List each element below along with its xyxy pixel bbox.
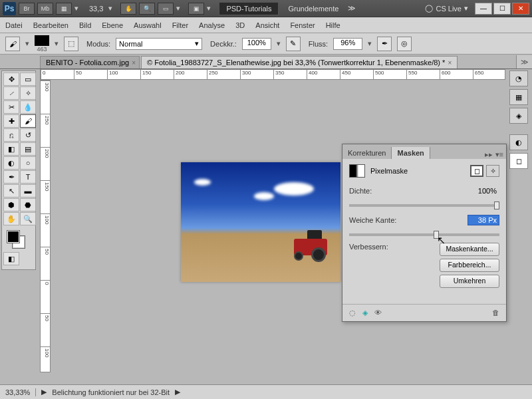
workspace-tab-1[interactable]: PSD-Tutorials — [219, 2, 279, 15]
chevron-down-icon[interactable]: ▾ — [55, 39, 59, 48]
disable-mask-icon[interactable]: 👁 — [374, 309, 382, 317]
pressure-opacity-icon[interactable]: ✎ — [286, 37, 301, 51]
airbrush-icon[interactable]: ✒ — [377, 37, 392, 51]
menu-datei[interactable]: Datei — [5, 21, 23, 29]
type-tool[interactable]: T — [20, 170, 36, 184]
adjustments-panel-icon[interactable]: ◐ — [509, 134, 528, 150]
menu-icon[interactable]: ▾≡ — [495, 150, 503, 159]
pressure-size-icon[interactable]: ◎ — [397, 37, 412, 51]
foreground-color[interactable] — [7, 231, 19, 243]
close-icon[interactable]: × — [448, 59, 452, 66]
pixelmask-icon[interactable]: ◻ — [470, 165, 483, 177]
chevron-down-icon[interactable]: ▾ — [207, 4, 216, 13]
viewmode-button[interactable]: ▦ — [56, 3, 72, 15]
blur-tool[interactable]: ◐ — [3, 156, 19, 170]
zoom-tool[interactable]: 🔍 — [20, 212, 36, 225]
weiche-slider[interactable] — [349, 233, 499, 236]
eraser-tool[interactable]: ◧ — [3, 142, 19, 156]
apply-mask-icon[interactable]: ◈ — [362, 309, 368, 317]
collapse-icon[interactable]: ▸▸ — [485, 150, 493, 159]
stamp-tool[interactable]: ⎌ — [3, 128, 19, 142]
healing-tool[interactable]: ✚ — [3, 114, 19, 128]
3d-tool[interactable]: ⬢ — [3, 198, 19, 211]
zoom-button[interactable]: 🔍 — [139, 3, 155, 15]
brush-panel-icon[interactable]: ⬚ — [64, 37, 78, 51]
document-tab-2[interactable]: © Fotolia_19883727_S_Elenathewise.jpg be… — [141, 56, 458, 68]
color-panel-icon[interactable]: ◔ — [509, 70, 528, 86]
document-tab-1[interactable]: BENITO - Fotolia.com.jpg× — [40, 56, 140, 68]
play-icon[interactable]: ▶ — [41, 388, 47, 396]
quickmask-tool[interactable]: ◧ — [3, 252, 19, 265]
swatches-panel-icon[interactable]: ▦ — [509, 89, 528, 105]
panel-tab-masken[interactable]: Masken — [392, 147, 430, 159]
maximize-button[interactable]: ☐ — [493, 3, 511, 15]
chevron-down-icon[interactable]: ▾ — [176, 4, 186, 13]
menu-fenster[interactable]: Fenster — [290, 21, 315, 29]
lasso-tool[interactable]: ⟋ — [3, 86, 19, 100]
screenmode-button[interactable]: ▣ — [188, 3, 204, 15]
status-zoom[interactable]: 33,33% — [5, 388, 36, 396]
load-selection-icon[interactable]: ◌ — [349, 309, 356, 317]
hand-button[interactable]: ✋ — [120, 3, 136, 15]
chevron-down-icon[interactable]: ▾ — [74, 4, 84, 13]
menu-bild[interactable]: Bild — [79, 21, 91, 29]
weiche-value[interactable]: 38 Px — [467, 215, 499, 225]
modus-select[interactable]: Normal▾ — [116, 38, 202, 50]
farbbereich-button[interactable]: Farbbereich... — [440, 259, 499, 272]
tab-overflow-icon[interactable]: ≫ — [516, 55, 532, 68]
fluss-input[interactable]: 96% — [333, 38, 362, 50]
path-tool[interactable]: ↖ — [3, 184, 19, 198]
minibridge-button[interactable]: Mb — [37, 3, 53, 15]
mask-thumbnail[interactable] — [349, 164, 365, 178]
cslive-button[interactable]: ◯CS Live▾ — [421, 4, 472, 13]
chevron-down-icon[interactable]: ▾ — [368, 39, 372, 48]
canvas-image[interactable] — [181, 162, 340, 282]
chevron-down-icon[interactable]: ▾ — [25, 39, 29, 48]
brush-tool[interactable]: 🖌 — [20, 114, 36, 128]
panel-tab-korrekturen[interactable]: Korrekturen — [342, 147, 392, 159]
hand-tool[interactable]: ✋ — [3, 212, 19, 225]
masks-panel-icon[interactable]: ◻ — [509, 153, 528, 169]
zoom-level[interactable]: 33,3 — [86, 5, 106, 13]
arrange-button[interactable]: ▭ — [158, 3, 174, 15]
styles-panel-icon[interactable]: ◈ — [509, 108, 528, 124]
close-icon[interactable]: × — [132, 59, 136, 66]
gradient-tool[interactable]: ▤ — [20, 142, 36, 156]
tool-preset-icon[interactable]: 🖌 — [5, 37, 20, 51]
delete-mask-icon[interactable]: 🗑 — [492, 309, 499, 317]
menu-analyse[interactable]: Analyse — [199, 21, 225, 29]
chevron-down-icon[interactable]: ▾ — [277, 39, 281, 48]
eyedropper-tool[interactable]: 💧 — [20, 100, 36, 114]
umkehren-button[interactable]: Umkehren — [440, 275, 499, 288]
app-logo[interactable]: Ps — [3, 2, 16, 15]
menu-filter[interactable]: Filter — [172, 21, 188, 29]
play-icon[interactable]: ▶ — [175, 388, 180, 396]
shape-tool[interactable]: ▬ — [20, 184, 36, 198]
minimize-button[interactable]: — — [475, 3, 492, 15]
menu-bearbeiten[interactable]: Bearbeiten — [33, 21, 68, 29]
brush-swatch[interactable] — [35, 35, 49, 46]
menu-3d[interactable]: 3D — [235, 21, 245, 29]
maskenkante-button[interactable]: Maskenkante... — [440, 243, 499, 256]
color-swatches[interactable] — [3, 229, 34, 249]
more-icon[interactable]: ≫ — [348, 4, 357, 13]
bridge-button[interactable]: Br — [19, 3, 35, 15]
wand-tool[interactable]: ✧ — [20, 86, 36, 100]
dichte-value[interactable]: 100% — [467, 186, 499, 196]
pen-tool[interactable]: ✒ — [3, 170, 19, 184]
move-tool[interactable]: ✥ — [3, 72, 19, 86]
chevron-down-icon[interactable]: ▾ — [108, 4, 118, 13]
dichte-slider[interactable] — [349, 204, 499, 207]
3dcamera-tool[interactable]: ⬣ — [20, 198, 36, 211]
menu-hilfe[interactable]: Hilfe — [326, 21, 340, 29]
menu-auswahl[interactable]: Auswahl — [134, 21, 162, 29]
dodge-tool[interactable]: ○ — [20, 156, 36, 170]
history-brush-tool[interactable]: ↺ — [20, 128, 36, 142]
vectormask-icon[interactable]: ✧ — [486, 165, 499, 177]
menu-ansicht[interactable]: Ansicht — [255, 21, 279, 29]
workspace-tab-2[interactable]: Grundelemente — [281, 3, 345, 15]
crop-tool[interactable]: ✂ — [3, 100, 19, 114]
marquee-tool[interactable]: ▭ — [20, 72, 36, 86]
menu-ebene[interactable]: Ebene — [102, 21, 123, 29]
close-button[interactable]: ✕ — [512, 3, 529, 15]
